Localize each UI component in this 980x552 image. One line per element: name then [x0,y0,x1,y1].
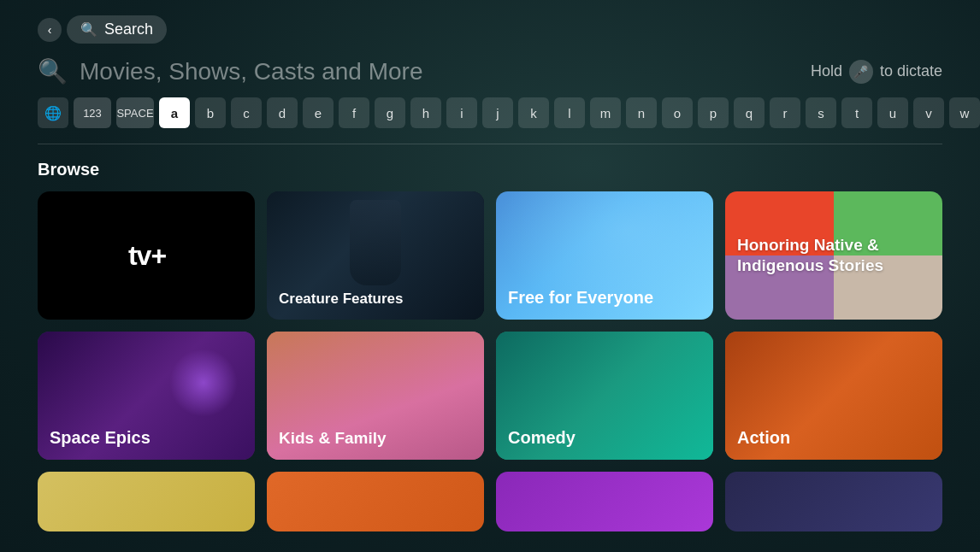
mic-icon[interactable]: 🎤 [849,60,873,84]
browse-label: Browse [38,160,942,179]
key-space[interactable]: SPACE [116,97,154,128]
key-s[interactable]: s [806,97,836,128]
card-appletv[interactable]: tv+ [38,191,255,320]
key-v[interactable]: v [913,97,944,128]
key-b[interactable]: b [195,97,226,128]
key-o[interactable]: o [662,97,693,128]
card-bottom-3[interactable] [496,472,713,531]
key-m[interactable]: m [590,97,621,128]
card-action[interactable]: Action [725,332,942,460]
card-creature-features[interactable]: Creature Features [267,191,484,320]
search-pill[interactable]: 🔍 Search [67,15,167,44]
card-native-title: Honoring Native & Indigenous Stories [737,235,930,276]
search-pill-icon: 🔍 [80,21,97,38]
search-bar: 🔍 Movies, Shows, Casts and More Hold 🎤 t… [38,57,942,85]
browse-grid: tv+ Creature Features Free for Everyone … [38,191,942,460]
tv-plus-text: tv+ [128,240,166,272]
key-w[interactable]: w [949,97,980,128]
dictate-hold-text: Hold [811,62,842,80]
card-kids-title: Kids & Family [279,429,472,448]
search-placeholder[interactable]: Movies, Shows, Casts and More [80,58,799,85]
card-bottom-2[interactable] [267,472,484,531]
divider [38,144,942,144]
key-u[interactable]: u [877,97,908,128]
key-d[interactable]: d [267,97,298,128]
key-k[interactable]: k [518,97,549,128]
card-space-title: Space Epics [50,428,243,448]
key-e[interactable]: e [303,97,334,128]
card-honoring-native[interactable]: Honoring Native & Indigenous Stories [725,191,942,320]
key-123[interactable]: 123 [74,97,111,128]
card-free-for-everyone[interactable]: Free for Everyone [496,191,713,320]
key-g[interactable]: g [375,97,405,128]
card-action-title: Action [737,428,930,448]
key-i[interactable]: i [446,97,477,128]
card-bottom-1[interactable] [38,472,255,531]
card-bottom-4[interactable] [725,472,942,531]
key-h[interactable]: h [410,97,441,128]
search-pill-label: Search [104,21,153,38]
search-icon-large: 🔍 [38,57,68,85]
key-r[interactable]: r [770,97,800,128]
card-free-title: Free for Everyone [508,287,653,308]
mic-symbol: 🎤 [853,65,868,79]
dictate-hint: Hold 🎤 to dictate [811,60,942,84]
browse-grid-bottom [38,472,942,531]
key-n[interactable]: n [626,97,657,128]
top-nav: ‹ 🔍 Search [38,15,942,44]
key-a[interactable]: a [159,97,190,128]
key-l[interactable]: l [554,97,585,128]
key-f[interactable]: f [339,97,369,128]
key-q[interactable]: q [734,97,765,128]
key-t[interactable]: t [841,97,872,128]
back-button[interactable]: ‹ [38,18,62,42]
card-creature-title: Creature Features [279,291,472,308]
dictate-suffix-text: to dictate [880,62,942,80]
native-overlay: Honoring Native & Indigenous Stories [725,191,942,320]
key-c[interactable]: c [231,97,262,128]
key-globe[interactable]: 🌐 [38,97,68,128]
keyboard: 🌐 123 SPACE a b c d e f g h i j k l m n … [38,97,942,128]
key-j[interactable]: j [482,97,513,128]
card-comedy[interactable]: Comedy [496,332,713,460]
back-icon: ‹ [48,23,52,37]
card-space-epics[interactable]: Space Epics [38,332,255,460]
card-comedy-title: Comedy [508,428,701,448]
key-p[interactable]: p [698,97,729,128]
card-kids-family[interactable]: Kids & Family [267,332,484,460]
